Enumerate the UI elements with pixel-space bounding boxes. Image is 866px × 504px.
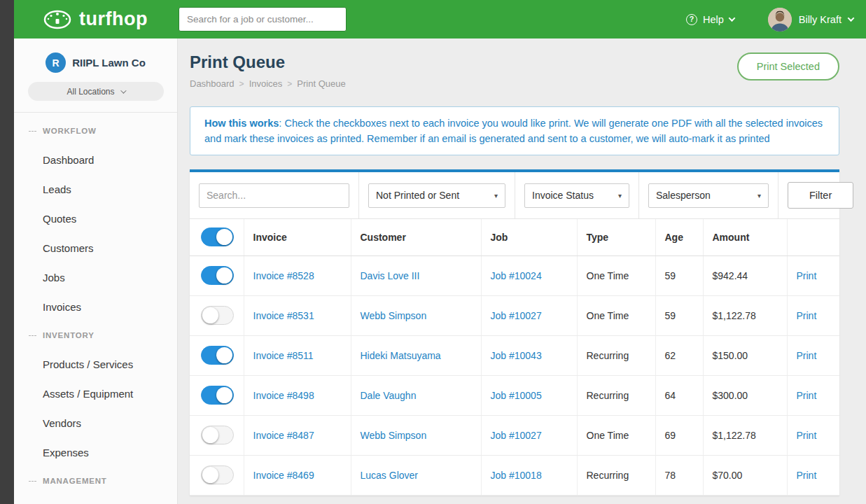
invoice-link[interactable]: Invoice #8511	[253, 350, 314, 361]
chevron-down-icon	[120, 88, 126, 93]
filter-status-cell: Invoice Status ▾	[515, 172, 639, 218]
invoice-type: Recurring	[577, 335, 655, 375]
collapsed-edge-strip	[0, 0, 14, 504]
print-link[interactable]: Print	[797, 310, 817, 321]
print-queue-table: Invoice Customer Job Type Age Amount Inv…	[190, 219, 839, 496]
caret-down-icon: ▾	[618, 192, 622, 200]
print-link[interactable]: Print	[797, 470, 817, 481]
invoice-status-value: Invoice Status	[532, 190, 594, 201]
print-link[interactable]: Print	[797, 270, 817, 281]
row-select-toggle[interactable]	[201, 386, 234, 405]
invoice-link[interactable]: Invoice #8531	[253, 310, 314, 321]
column-header-customer: Customer	[351, 219, 481, 255]
sidebar-section-management: MANAGEMENT	[14, 467, 177, 495]
sidebar-item-leads[interactable]: Leads	[14, 174, 177, 204]
company[interactable]: R RIIPL Lawn Co	[14, 52, 177, 73]
invoice-link[interactable]: Invoice #8469	[253, 470, 314, 481]
printed-filter-select[interactable]: Not Printed or Sent ▾	[368, 183, 505, 208]
job-link[interactable]: Job #10043	[491, 350, 542, 361]
user-avatar	[768, 8, 792, 31]
sidebar-company-block: R RIIPL Lawn Co All Locations	[14, 38, 177, 113]
row-select-toggle[interactable]	[201, 266, 234, 285]
brand[interactable]: turfhop	[42, 0, 148, 38]
invoice-link[interactable]: Invoice #8487	[253, 430, 314, 441]
sidebar-item-invoices[interactable]: Invoices	[14, 292, 177, 321]
invoice-type: Recurring	[577, 455, 655, 495]
filter-button-cell: Filter	[778, 172, 862, 218]
sidebar-item-quotes[interactable]: Quotes	[14, 204, 177, 233]
help-icon: ?	[686, 14, 697, 25]
select-all-toggle[interactable]	[201, 227, 234, 246]
sidebar-item-expenses[interactable]: Expenses	[14, 438, 177, 467]
topbar-right: ? Help Billy Kraft	[686, 0, 853, 38]
print-link[interactable]: Print	[797, 390, 817, 401]
job-link[interactable]: Job #10027	[491, 310, 542, 321]
locations-selector[interactable]: All Locations	[28, 82, 164, 101]
info-banner-body: : Check the checkboxes next to each invo…	[204, 118, 823, 144]
sidebar-item-jobs[interactable]: Jobs	[14, 262, 177, 292]
sidebar-item-vendors[interactable]: Vendors	[14, 408, 177, 438]
toggle-knob	[202, 427, 218, 443]
help-menu[interactable]: ? Help	[686, 14, 734, 25]
row-select-toggle[interactable]	[201, 346, 234, 365]
user-name: Billy Kraft	[799, 14, 841, 25]
filter-search-cell	[190, 172, 359, 218]
customer-link[interactable]: Webb Simpson	[361, 310, 427, 321]
section-label: INVENTORY	[43, 331, 95, 340]
invoice-status-select[interactable]: Invoice Status ▾	[524, 183, 629, 208]
customer-link[interactable]: Hideki Matsuyama	[361, 350, 441, 361]
caret-down-icon: ▾	[494, 192, 498, 200]
breadcrumb-dashboard[interactable]: Dashboard	[190, 78, 235, 89]
invoice-amount: $1,122.78	[703, 415, 787, 455]
row-select-toggle[interactable]	[201, 306, 234, 325]
table-row: Invoice #8498 Dale Vaughn Job #10005 Rec…	[190, 375, 839, 415]
print-link[interactable]: Print	[797, 430, 817, 441]
filter-button[interactable]: Filter	[788, 182, 853, 209]
row-select-toggle[interactable]	[201, 426, 234, 444]
job-link[interactable]: Job #10018	[491, 470, 542, 481]
user-menu[interactable]: Billy Kraft	[768, 8, 853, 31]
table-search-input[interactable]	[199, 183, 349, 208]
invoice-type: One Time	[577, 295, 655, 335]
main-content: Print Queue Dashboard > Invoices > Print…	[178, 38, 866, 504]
table-header-row: Invoice Customer Job Type Age Amount	[190, 219, 839, 255]
invoice-amount: $942.44	[703, 255, 787, 295]
section-dash-icon	[29, 131, 36, 132]
job-link[interactable]: Job #10024	[491, 270, 542, 281]
sidebar-item-dashboard[interactable]: Dashboard	[14, 145, 177, 174]
invoice-amount: $70.00	[703, 455, 787, 495]
section-label: MANAGEMENT	[43, 477, 107, 485]
job-link[interactable]: Job #10027	[491, 430, 542, 441]
customer-link[interactable]: Davis Love III	[361, 270, 420, 281]
info-banner-title: How this works	[204, 118, 279, 129]
toggle-knob	[216, 347, 232, 363]
page-header: Print Queue Dashboard > Invoices > Print…	[190, 52, 839, 89]
row-select-toggle[interactable]	[201, 465, 234, 484]
print-selected-button[interactable]: Print Selected	[737, 52, 839, 80]
job-link[interactable]: Job #10005	[491, 390, 542, 401]
sidebar-item-customers[interactable]: Customers	[14, 233, 177, 262]
customer-link[interactable]: Dale Vaughn	[361, 390, 417, 401]
breadcrumb-invoices[interactable]: Invoices	[249, 78, 283, 89]
customer-link[interactable]: Lucas Glover	[361, 470, 418, 481]
invoice-link[interactable]: Invoice #8498	[253, 390, 314, 401]
turfhop-logo-icon	[42, 7, 73, 32]
invoice-type: Recurring	[577, 375, 655, 415]
filter-printed-cell: Not Printed or Sent ▾	[359, 172, 515, 218]
sidebar: R RIIPL Lawn Co All Locations WORKFLOW D…	[14, 38, 178, 504]
invoice-link[interactable]: Invoice #8528	[253, 270, 314, 281]
company-avatar: R	[46, 52, 66, 73]
sidebar-item-products-services[interactable]: Products / Services	[14, 349, 177, 379]
customer-link[interactable]: Webb Simpson	[361, 430, 427, 441]
invoice-age: 64	[655, 375, 703, 415]
caret-down-icon: ▾	[757, 192, 761, 200]
column-header-print	[787, 219, 839, 255]
print-link[interactable]: Print	[797, 350, 817, 361]
invoice-age: 78	[655, 455, 703, 495]
section-label: WORKFLOW	[43, 127, 97, 135]
global-search-input[interactable]	[179, 7, 347, 31]
salesperson-select[interactable]: Salesperson ▾	[648, 183, 769, 208]
page-title: Print Queue	[190, 52, 346, 72]
salesperson-value: Salesperson	[656, 190, 711, 201]
sidebar-item-assets-equipment[interactable]: Assets / Equipment	[14, 379, 177, 408]
